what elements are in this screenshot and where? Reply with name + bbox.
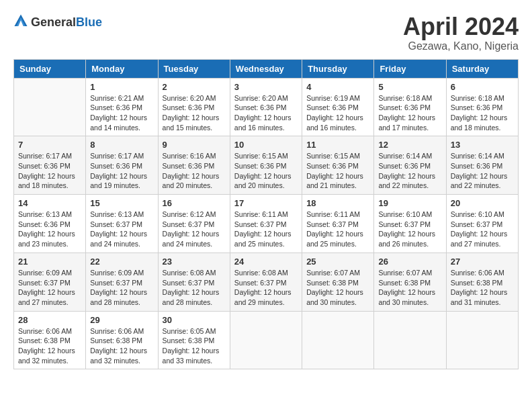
calendar-cell: 4Sunrise: 6:19 AM Sunset: 6:36 PM Daylig… bbox=[302, 78, 374, 136]
calendar-cell bbox=[302, 311, 374, 369]
calendar-cell: 16Sunrise: 6:12 AM Sunset: 6:37 PM Dayli… bbox=[158, 195, 230, 253]
calendar-cell: 14Sunrise: 6:13 AM Sunset: 6:36 PM Dayli… bbox=[14, 195, 86, 253]
calendar-cell: 19Sunrise: 6:10 AM Sunset: 6:37 PM Dayli… bbox=[374, 195, 446, 253]
header-friday: Friday bbox=[374, 59, 446, 78]
day-info: Sunrise: 6:10 AM Sunset: 6:37 PM Dayligh… bbox=[451, 210, 514, 249]
day-number: 4 bbox=[306, 82, 369, 92]
calendar-cell: 6Sunrise: 6:18 AM Sunset: 6:36 PM Daylig… bbox=[446, 78, 518, 136]
day-info: Sunrise: 6:16 AM Sunset: 6:36 PM Dayligh… bbox=[163, 151, 226, 191]
calendar-table: SundayMondayTuesdayWednesdayThursdayFrid… bbox=[13, 59, 519, 370]
day-info: Sunrise: 6:14 AM Sunset: 6:36 PM Dayligh… bbox=[378, 151, 441, 191]
day-info: Sunrise: 6:20 AM Sunset: 6:36 PM Dayligh… bbox=[234, 93, 298, 133]
day-info: Sunrise: 6:20 AM Sunset: 6:36 PM Dayligh… bbox=[163, 93, 226, 133]
week-row-4: 21Sunrise: 6:09 AM Sunset: 6:37 PM Dayli… bbox=[14, 253, 519, 311]
calendar-cell: 29Sunrise: 6:06 AM Sunset: 6:38 PM Dayli… bbox=[86, 311, 158, 369]
day-info: Sunrise: 6:18 AM Sunset: 6:36 PM Dayligh… bbox=[378, 93, 441, 133]
week-row-5: 28Sunrise: 6:06 AM Sunset: 6:38 PM Dayli… bbox=[14, 311, 519, 369]
day-number: 2 bbox=[163, 82, 226, 92]
calendar-cell: 22Sunrise: 6:09 AM Sunset: 6:37 PM Dayli… bbox=[86, 253, 158, 311]
day-number: 1 bbox=[90, 82, 153, 92]
logo-general-text: GeneralBlue bbox=[31, 15, 102, 30]
logo: GeneralBlue bbox=[13, 13, 102, 31]
day-number: 22 bbox=[90, 257, 153, 267]
day-info: Sunrise: 6:15 AM Sunset: 6:36 PM Dayligh… bbox=[234, 151, 298, 191]
day-number: 27 bbox=[451, 257, 514, 267]
header-thursday: Thursday bbox=[302, 59, 374, 78]
day-info: Sunrise: 6:06 AM Sunset: 6:38 PM Dayligh… bbox=[90, 326, 153, 366]
calendar-cell bbox=[14, 78, 86, 136]
day-number: 30 bbox=[163, 315, 226, 325]
day-info: Sunrise: 6:21 AM Sunset: 6:36 PM Dayligh… bbox=[90, 93, 153, 133]
day-info: Sunrise: 6:19 AM Sunset: 6:36 PM Dayligh… bbox=[306, 93, 369, 133]
day-info: Sunrise: 6:06 AM Sunset: 6:38 PM Dayligh… bbox=[18, 326, 81, 366]
day-number: 29 bbox=[90, 315, 153, 325]
calendar-cell: 17Sunrise: 6:11 AM Sunset: 6:37 PM Dayli… bbox=[230, 195, 302, 253]
day-number: 13 bbox=[451, 140, 514, 150]
calendar-cell: 10Sunrise: 6:15 AM Sunset: 6:36 PM Dayli… bbox=[230, 136, 302, 195]
day-number: 12 bbox=[378, 140, 441, 150]
day-number: 24 bbox=[234, 257, 298, 267]
calendar-cell bbox=[446, 311, 518, 369]
day-info: Sunrise: 6:06 AM Sunset: 6:38 PM Dayligh… bbox=[451, 268, 514, 308]
calendar-cell: 27Sunrise: 6:06 AM Sunset: 6:38 PM Dayli… bbox=[446, 253, 518, 311]
calendar-cell: 26Sunrise: 6:07 AM Sunset: 6:38 PM Dayli… bbox=[374, 253, 446, 311]
logo-icon bbox=[13, 13, 28, 28]
day-number: 28 bbox=[18, 315, 81, 325]
calendar-cell bbox=[374, 311, 446, 369]
day-info: Sunrise: 6:13 AM Sunset: 6:37 PM Dayligh… bbox=[90, 210, 153, 249]
week-row-3: 14Sunrise: 6:13 AM Sunset: 6:36 PM Dayli… bbox=[14, 195, 519, 253]
calendar-cell: 23Sunrise: 6:08 AM Sunset: 6:37 PM Dayli… bbox=[158, 253, 230, 311]
title-block: April 2024 Gezawa, Kano, Nigeria bbox=[403, 13, 519, 52]
day-info: Sunrise: 6:15 AM Sunset: 6:36 PM Dayligh… bbox=[306, 151, 369, 191]
day-info: Sunrise: 6:17 AM Sunset: 6:36 PM Dayligh… bbox=[18, 151, 81, 191]
calendar-cell: 7Sunrise: 6:17 AM Sunset: 6:36 PM Daylig… bbox=[14, 136, 86, 195]
header-sunday: Sunday bbox=[14, 59, 86, 78]
location-text: Gezawa, Kano, Nigeria bbox=[403, 40, 519, 52]
day-info: Sunrise: 6:14 AM Sunset: 6:36 PM Dayligh… bbox=[451, 151, 514, 191]
day-number: 6 bbox=[451, 82, 514, 92]
calendar-cell: 9Sunrise: 6:16 AM Sunset: 6:36 PM Daylig… bbox=[158, 136, 230, 195]
calendar-cell: 30Sunrise: 6:05 AM Sunset: 6:38 PM Dayli… bbox=[158, 311, 230, 369]
day-info: Sunrise: 6:17 AM Sunset: 6:36 PM Dayligh… bbox=[90, 151, 153, 191]
day-number: 8 bbox=[90, 140, 153, 150]
day-info: Sunrise: 6:10 AM Sunset: 6:37 PM Dayligh… bbox=[378, 210, 441, 249]
calendar-cell: 8Sunrise: 6:17 AM Sunset: 6:36 PM Daylig… bbox=[86, 136, 158, 195]
day-info: Sunrise: 6:12 AM Sunset: 6:37 PM Dayligh… bbox=[163, 210, 226, 249]
calendar-cell: 21Sunrise: 6:09 AM Sunset: 6:37 PM Dayli… bbox=[14, 253, 86, 311]
day-number: 21 bbox=[18, 257, 81, 267]
calendar-cell: 28Sunrise: 6:06 AM Sunset: 6:38 PM Dayli… bbox=[14, 311, 86, 369]
day-number: 23 bbox=[163, 257, 226, 267]
day-number: 15 bbox=[90, 198, 153, 208]
day-number: 26 bbox=[378, 257, 441, 267]
day-info: Sunrise: 6:05 AM Sunset: 6:38 PM Dayligh… bbox=[163, 326, 226, 366]
day-info: Sunrise: 6:08 AM Sunset: 6:37 PM Dayligh… bbox=[163, 268, 226, 308]
day-number: 17 bbox=[234, 198, 298, 208]
day-number: 7 bbox=[18, 140, 81, 150]
month-title: April 2024 bbox=[403, 13, 519, 40]
day-number: 20 bbox=[451, 198, 514, 208]
calendar-cell: 5Sunrise: 6:18 AM Sunset: 6:36 PM Daylig… bbox=[374, 78, 446, 136]
day-number: 25 bbox=[306, 257, 369, 267]
day-number: 9 bbox=[163, 140, 226, 150]
calendar-cell: 2Sunrise: 6:20 AM Sunset: 6:36 PM Daylig… bbox=[158, 78, 230, 136]
day-number: 18 bbox=[306, 198, 369, 208]
calendar-cell: 18Sunrise: 6:11 AM Sunset: 6:37 PM Dayli… bbox=[302, 195, 374, 253]
day-info: Sunrise: 6:13 AM Sunset: 6:36 PM Dayligh… bbox=[18, 210, 81, 249]
week-row-2: 7Sunrise: 6:17 AM Sunset: 6:36 PM Daylig… bbox=[14, 136, 519, 195]
calendar-cell: 11Sunrise: 6:15 AM Sunset: 6:36 PM Dayli… bbox=[302, 136, 374, 195]
week-row-1: 1Sunrise: 6:21 AM Sunset: 6:36 PM Daylig… bbox=[14, 78, 519, 136]
day-info: Sunrise: 6:09 AM Sunset: 6:37 PM Dayligh… bbox=[90, 268, 153, 308]
page-header: GeneralBlue April 2024 Gezawa, Kano, Nig… bbox=[13, 13, 519, 52]
day-number: 3 bbox=[234, 82, 298, 92]
day-info: Sunrise: 6:07 AM Sunset: 6:38 PM Dayligh… bbox=[306, 268, 369, 308]
day-number: 5 bbox=[378, 82, 441, 92]
day-number: 10 bbox=[234, 140, 298, 150]
calendar-cell: 12Sunrise: 6:14 AM Sunset: 6:36 PM Dayli… bbox=[374, 136, 446, 195]
day-number: 19 bbox=[378, 198, 441, 208]
header-wednesday: Wednesday bbox=[230, 59, 302, 78]
day-number: 14 bbox=[18, 198, 81, 208]
calendar-cell: 13Sunrise: 6:14 AM Sunset: 6:36 PM Dayli… bbox=[446, 136, 518, 195]
calendar-cell: 20Sunrise: 6:10 AM Sunset: 6:37 PM Dayli… bbox=[446, 195, 518, 253]
day-info: Sunrise: 6:07 AM Sunset: 6:38 PM Dayligh… bbox=[378, 268, 441, 308]
day-number: 16 bbox=[163, 198, 226, 208]
